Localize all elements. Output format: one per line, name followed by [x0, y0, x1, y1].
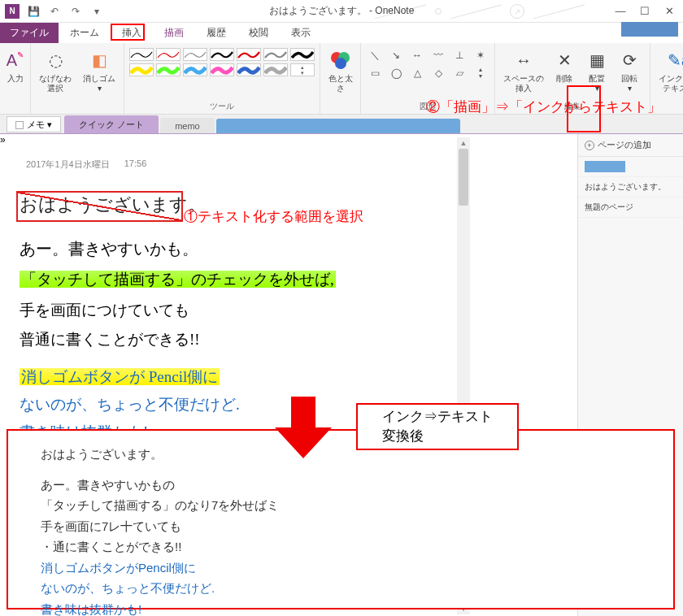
annotation-conversion-label: インク⇒テキスト 変換後	[356, 403, 519, 450]
ink-to-text-icon: ✎a	[667, 48, 683, 72]
page-item-2[interactable]: 無題のページ	[578, 197, 683, 218]
title-bar: N 💾 ↶ ↷ ▾ ↗ おはようございます。 - OneNote — ☐ ✕	[0, 0, 683, 23]
rotate-icon: ⟳	[617, 48, 642, 72]
shape-oval[interactable]: ◯	[387, 64, 405, 82]
window-title: おはようございます。 - OneNote	[269, 4, 415, 18]
converted-line5: ・通に書くことができる!!	[41, 536, 641, 557]
pen-black-med[interactable]	[210, 48, 234, 61]
svg-point-2	[335, 58, 346, 69]
section-tabs-bar: メモ ▾ クイック ノート memo	[0, 115, 683, 134]
section-tab-quicknotes[interactable]: クイック ノート	[64, 115, 159, 133]
page-time: 17:56	[124, 158, 147, 171]
tab-insert[interactable]: 挿入	[111, 23, 153, 43]
handwriting-line6: 消しゴムボタンが Pencil側に	[20, 367, 220, 388]
lasso-select-button[interactable]: ◌ なげなわ 選択	[36, 46, 75, 95]
shape-line[interactable]: ＼	[366, 46, 384, 64]
ribbon-tabs: ファイル ホーム 挿入 描画 履歴 校閲 表示	[0, 23, 683, 43]
shape-axes[interactable]: ⊥	[450, 46, 468, 64]
tab-home[interactable]: ホーム	[59, 23, 111, 43]
qat-save-icon[interactable]: 💾	[26, 4, 41, 19]
color-thickness-button[interactable]: 色と太さ	[325, 46, 356, 95]
rotate-button[interactable]: ⟳回転 ▾	[614, 46, 645, 95]
lasso-icon: ◌	[43, 48, 67, 72]
handwriting-line4: 手を画面につけていても	[20, 300, 189, 321]
delete-button[interactable]: ✕削除	[549, 46, 580, 95]
highlighter-blue[interactable]	[237, 63, 261, 76]
shape-rect[interactable]: ▭	[366, 64, 384, 82]
insert-space-icon: ↔	[511, 48, 536, 72]
eraser-button[interactable]: ◧ 消しゴム ▾	[80, 46, 119, 95]
pen-gallery: ▴▾	[129, 48, 315, 76]
handwriting-line3-text: 「タッチして描画する」のチェックを外せば,	[20, 271, 336, 288]
shape-double-arrow[interactable]: ↔	[408, 46, 426, 64]
pen-gallery-more[interactable]: ▴▾	[290, 63, 315, 76]
notebook-dropdown[interactable]: メモ ▾	[7, 116, 61, 132]
account-signin-box[interactable]	[621, 22, 678, 37]
converted-line3: 「タッチして描画する」のなり7を外せばミ	[41, 495, 641, 516]
arrange-button[interactable]: ▦配置 ▾	[581, 46, 612, 95]
tab-draw[interactable]: 描画	[153, 23, 195, 43]
shape-diamond[interactable]: ◇	[429, 64, 447, 82]
handwriting-line3: 「タッチして描画する」のチェックを外せば,	[20, 269, 336, 290]
pen-red-med[interactable]	[237, 48, 261, 61]
scroll-thumb[interactable]	[459, 149, 468, 206]
shape-more[interactable]: ▴▾	[472, 64, 489, 82]
ink-to-text-button[interactable]: ✎aインクから テキスト	[655, 46, 683, 95]
insert-space-button[interactable]: ↔スペースの 挿入	[500, 46, 547, 95]
shapes-caption: 図形	[420, 99, 436, 112]
text-input-button[interactable]: A✎ 入力	[0, 46, 31, 85]
highlighter-gray[interactable]	[263, 63, 288, 76]
page-item-1[interactable]: おはようございます。	[578, 177, 683, 197]
plus-icon: +	[585, 141, 594, 150]
pen-red-thin[interactable]	[156, 48, 181, 61]
minimize-button[interactable]: —	[610, 3, 631, 20]
expand-pane-button[interactable]: »	[0, 134, 577, 145]
handwriting-line1: おはようございます。	[20, 193, 206, 217]
shape-arrow[interactable]: ↘	[387, 46, 405, 64]
handwriting-line5: 普通に書くことができる!!	[20, 329, 200, 350]
qat-redo-icon[interactable]: ↷	[68, 4, 83, 19]
close-button[interactable]: ✕	[659, 3, 680, 20]
add-page-label: ページの追加	[598, 139, 651, 151]
qat-more-icon[interactable]: ▾	[89, 4, 104, 19]
highlighter-yellow[interactable]	[129, 63, 154, 76]
color-thickness-icon	[328, 48, 353, 72]
tab-file[interactable]: ファイル	[0, 23, 59, 43]
tab-history[interactable]: 履歴	[195, 23, 237, 43]
shape-parallelogram[interactable]: ▱	[450, 64, 468, 82]
tab-review[interactable]: 校閲	[237, 23, 280, 43]
color-thickness-label: 色と太さ	[328, 74, 353, 93]
quick-access-toolbar: N 💾 ↶ ↷ ▾	[0, 4, 104, 19]
shape-triangle[interactable]: △	[408, 64, 426, 82]
highlighter-green[interactable]	[156, 63, 181, 76]
pen-black-thick[interactable]	[290, 48, 315, 61]
shape-axes3[interactable]: ✶	[472, 46, 489, 64]
window-controls: — ☐ ✕	[610, 3, 680, 20]
insert-space-label: スペースの 挿入	[503, 74, 544, 93]
tab-view[interactable]: 表示	[280, 23, 322, 43]
pen-gray-thin[interactable]	[183, 48, 207, 61]
onenote-app-icon: N	[5, 4, 20, 19]
highlighter-cyan[interactable]	[183, 63, 207, 76]
annotation-step1: ①テキスト化する範囲を選択	[184, 207, 363, 226]
scroll-up-icon[interactable]: ▲	[457, 137, 470, 149]
pen-group-caption: ツール	[210, 99, 234, 112]
maximize-button[interactable]: ☐	[634, 3, 655, 20]
delete-label: 削除	[556, 74, 572, 84]
eraser-label: 消しゴム ▾	[83, 74, 115, 93]
pen-black-thin[interactable]	[129, 48, 154, 61]
page-item-selected[interactable]	[578, 157, 683, 177]
page-datetime: 2017年1月4日水曜日 17:56	[26, 158, 146, 171]
page-date: 2017年1月4日水曜日	[26, 158, 110, 171]
converted-line1: おはようございます。	[41, 444, 641, 465]
handwriting-line7: ないのが、ちょっと不便だけど.	[20, 394, 240, 415]
highlighter-pink[interactable]	[210, 63, 234, 76]
shape-curve[interactable]: 〰	[429, 46, 447, 64]
pen-gray-med[interactable]	[263, 48, 288, 61]
qat-undo-icon[interactable]: ↶	[47, 4, 62, 19]
section-tab-untitled[interactable]	[216, 119, 460, 133]
add-page-button[interactable]: +ページの追加	[578, 134, 683, 157]
annotation-arrow	[275, 397, 332, 460]
section-tab-memo[interactable]: memo	[160, 118, 215, 133]
converted-text-box: おはようございます。 あー。書きやすいかもの 「タッチして描画する」のなり7を外…	[7, 429, 675, 609]
